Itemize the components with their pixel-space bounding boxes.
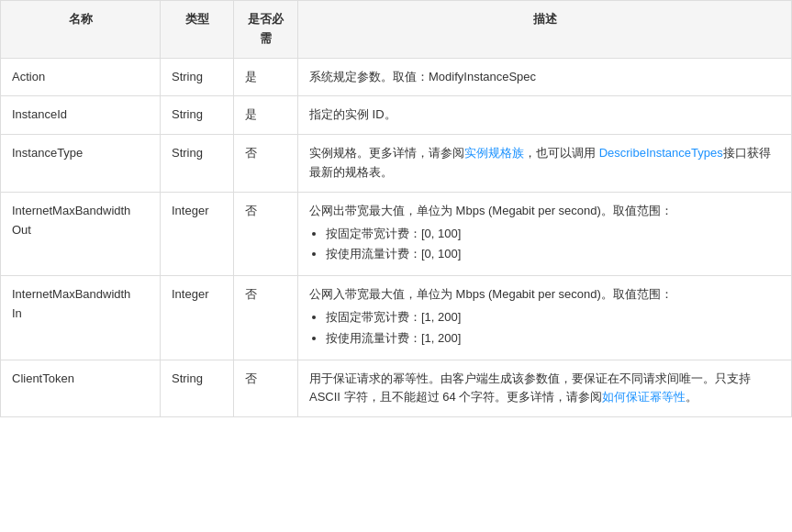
param-description: 公网出带宽最大值，单位为 Mbps (Megabit per second)。取…	[298, 192, 792, 275]
param-name: Action	[1, 58, 161, 96]
table-row: Action String 是 系统规定参数。取值：ModifyInstance…	[1, 58, 792, 96]
param-required: 否	[234, 135, 298, 193]
idempotent-link[interactable]: 如何保证幂等性	[602, 390, 686, 404]
param-type: String	[161, 135, 234, 193]
list-item: 按使用流量计费：[0, 100]	[326, 245, 780, 264]
header-description: 描述	[298, 1, 792, 59]
table-row: InstanceType String 否 实例规格。更多详情，请参阅实例规格族…	[1, 135, 792, 193]
param-type: String	[161, 360, 234, 417]
header-required: 是否必需	[234, 1, 298, 59]
param-name: InstanceId	[1, 96, 161, 135]
table-row: InternetMaxBandwidthOut Integer 否 公网出带宽最…	[1, 192, 792, 275]
param-type: String	[161, 96, 234, 135]
list-item: 按使用流量计费：[1, 200]	[326, 329, 780, 349]
param-type: String	[161, 58, 234, 96]
param-description: 用于保证请求的幂等性。由客户端生成该参数值，要保证在不同请求间唯一。只支持 AS…	[298, 360, 792, 417]
list-item: 按固定带宽计费：[1, 200]	[326, 308, 780, 327]
param-required: 是	[234, 96, 298, 135]
table-row: InstanceId String 是 指定的实例 ID。	[1, 96, 792, 135]
param-description: 公网入带宽最大值，单位为 Mbps (Megabit per second)。取…	[298, 276, 792, 360]
param-name: ClientToken	[1, 360, 161, 417]
table-header-row: 名称 类型 是否必需 描述	[1, 1, 792, 59]
list-item: 按固定带宽计费：[0, 100]	[326, 225, 780, 244]
param-name: InstanceType	[1, 135, 161, 193]
table-row: InternetMaxBandwidthIn Integer 否 公网入带宽最大…	[1, 276, 792, 360]
param-required: 否	[234, 192, 298, 275]
param-name: InternetMaxBandwidthIn	[1, 276, 161, 360]
param-name: InternetMaxBandwidthOut	[1, 192, 161, 275]
param-description: 实例规格。更多详情，请参阅实例规格族，也可以调用 DescribeInstanc…	[298, 135, 792, 193]
param-required: 是	[234, 58, 298, 96]
api-params-table: 名称 类型 是否必需 描述 Action String 是 系统规定参数。取值：…	[0, 0, 792, 417]
param-type: Integer	[161, 276, 234, 360]
param-description: 指定的实例 ID。	[298, 96, 792, 135]
table-row: ClientToken String 否 用于保证请求的幂等性。由客户端生成该参…	[1, 360, 792, 417]
header-type: 类型	[161, 1, 234, 59]
param-description: 系统规定参数。取值：ModifyInstanceSpec	[298, 58, 792, 96]
header-name: 名称	[1, 1, 161, 59]
instance-type-family-link[interactable]: 实例规格族	[464, 146, 524, 160]
param-type: Integer	[161, 192, 234, 275]
describe-instance-types-link[interactable]: DescribeInstanceTypes	[599, 146, 723, 160]
param-required: 否	[234, 360, 298, 417]
param-required: 否	[234, 276, 298, 360]
